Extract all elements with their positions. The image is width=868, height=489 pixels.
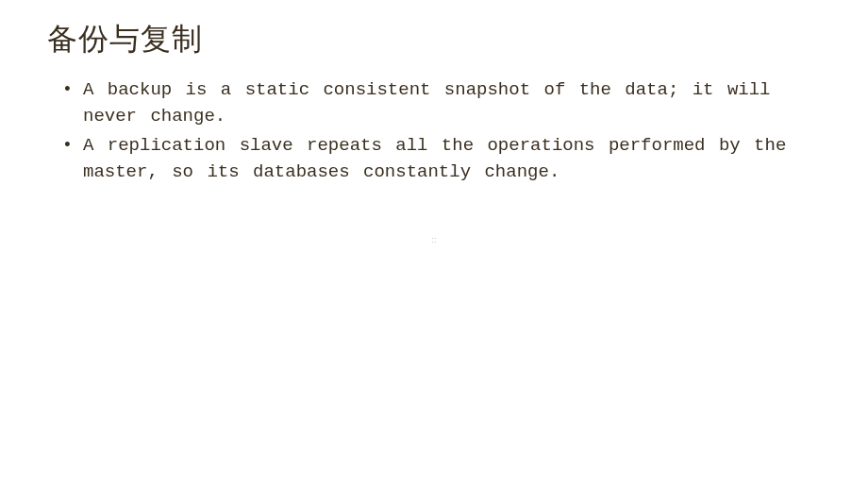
watermark-dots: :: [431,235,436,244]
bullet-list: A backup is a static consistent snapshot… [47,77,821,185]
slide-title: 备份与复制 [47,19,821,60]
bullet-item: A replication slave repeats all the oper… [66,133,821,185]
bullet-item: A backup is a static consistent snapshot… [66,77,821,129]
